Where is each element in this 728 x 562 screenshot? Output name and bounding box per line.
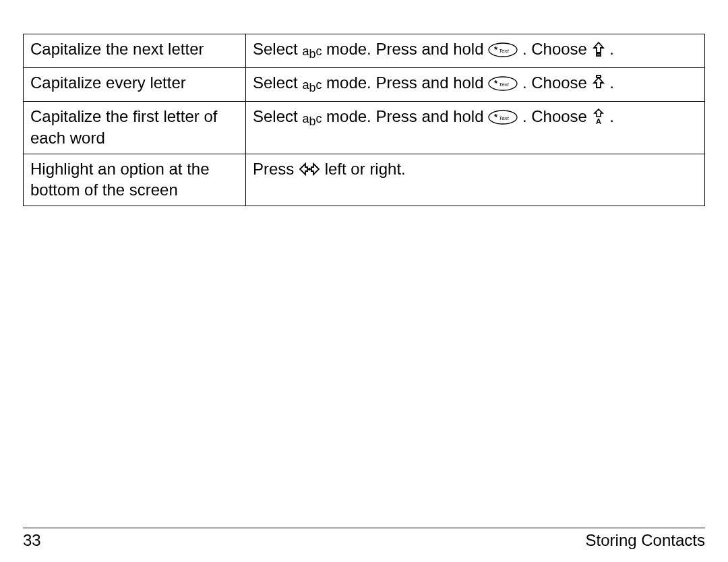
svg-rect-3 (597, 54, 601, 56)
cap-all-icon (592, 75, 605, 96)
instr-text: mode. Press and hold (326, 73, 488, 92)
page-footer: 33 Storing Contacts (23, 528, 705, 550)
svg-text:Text: Text (499, 82, 510, 88)
nav-left-right-icon (299, 161, 320, 182)
instr-text: Select (253, 73, 298, 92)
svg-text:Text: Text (499, 115, 510, 121)
action-cell: Capitalize every letter (24, 68, 246, 102)
action-cell: Capitalize the next letter (24, 34, 246, 68)
table-row: Capitalize the next letter Select abc mo… (24, 34, 705, 68)
instruction-cell: Select abc mode. Press and hold * Text .… (246, 34, 705, 68)
svg-text:*: * (494, 112, 498, 122)
abc-mode-icon: abc (302, 111, 322, 127)
star-text-key-icon: * Text (488, 41, 518, 62)
svg-point-12 (308, 168, 311, 170)
instr-text: . Choose (522, 73, 592, 92)
section-title: Storing Contacts (586, 531, 705, 550)
svg-text:*: * (494, 78, 498, 88)
instr-text: mode. Press and hold (326, 40, 488, 58)
instruction-cell: Select abc mode. Press and hold * Text .… (246, 102, 705, 154)
table-row: Capitalize the first letter of each word… (24, 102, 705, 154)
abc-mode-icon: abc (302, 77, 322, 93)
cap-word-icon: A (592, 108, 605, 129)
action-cell: Capitalize the first letter of each word (24, 102, 246, 154)
instruction-cell: Press left or right. (246, 154, 705, 206)
star-text-key-icon: * Text (488, 108, 518, 129)
instr-text: . (609, 107, 614, 125)
star-text-key-icon: * Text (488, 75, 518, 96)
abc-mode-icon: abc (302, 44, 322, 59)
cap-next-icon (592, 41, 605, 62)
instr-text: . (609, 73, 614, 92)
svg-text:Text: Text (499, 48, 510, 54)
instr-text: . Choose (522, 40, 592, 58)
instr-text: . Choose (522, 107, 592, 125)
svg-text:A: A (596, 117, 601, 125)
instruction-cell: Select abc mode. Press and hold * Text .… (246, 68, 705, 102)
table-row: Capitalize every letter Select abc mode.… (24, 68, 705, 102)
svg-text:*: * (494, 44, 498, 55)
instr-text: Select (253, 40, 298, 58)
instr-text: Press (253, 160, 299, 178)
instructions-table: Capitalize the next letter Select abc mo… (23, 34, 705, 206)
instr-text: left or right. (325, 160, 406, 178)
instr-text: . (609, 40, 614, 58)
instr-text: Select (253, 107, 298, 125)
page-number: 33 (23, 531, 41, 550)
action-cell: Highlight an option at the bottom of the… (24, 154, 246, 206)
table-row: Highlight an option at the bottom of the… (24, 154, 705, 206)
instr-text: mode. Press and hold (326, 107, 488, 125)
